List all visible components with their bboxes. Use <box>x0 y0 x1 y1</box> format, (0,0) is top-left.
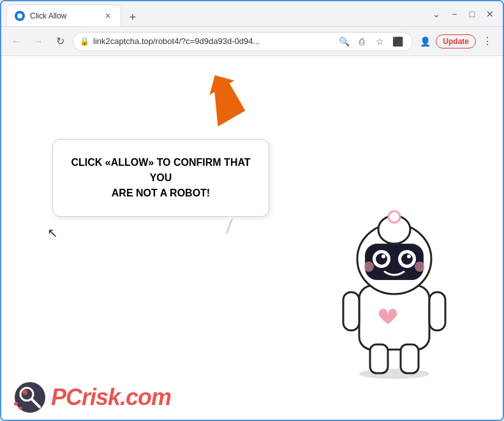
reload-button[interactable]: ↻ <box>51 33 69 50</box>
tab-title: Click Allow <box>30 11 98 20</box>
svg-point-17 <box>382 255 385 258</box>
new-tab-button[interactable]: + <box>124 8 142 26</box>
toolbar: ← → ↻ 🔒 link2captcha.top/robot4/?c=9d9da… <box>1 27 503 56</box>
tab-close-button[interactable]: ✕ <box>103 11 113 21</box>
speech-bubble: CLICK «ALLOW» TO CONFIRM THAT YOU ARE NO… <box>52 139 269 217</box>
address-bar[interactable]: 🔒 link2captcha.top/robot4/?c=9d9da93d-0d… <box>73 32 413 51</box>
watermark: PCrisk.com <box>14 381 171 413</box>
svg-point-18 <box>407 255 411 258</box>
forward-button[interactable]: → <box>29 33 47 50</box>
svg-rect-7 <box>401 344 419 373</box>
svg-rect-5 <box>429 292 445 330</box>
bubble-text: CLICK «ALLOW» TO CONFIRM THAT YOU ARE NO… <box>71 155 251 201</box>
watermark-text: PCrisk.com <box>51 384 171 411</box>
mouse-cursor: ↖ <box>47 225 58 240</box>
active-tab[interactable]: Click Allow ✕ <box>6 4 121 26</box>
search-icon[interactable]: 🔍 <box>336 33 352 50</box>
tab-favicon-icon <box>15 11 25 21</box>
svg-point-20 <box>415 262 425 272</box>
tab-area: Click Allow ✕ + <box>6 1 424 26</box>
svg-rect-6 <box>370 344 388 373</box>
svg-point-11 <box>389 211 400 223</box>
back-button[interactable]: ← <box>8 33 26 50</box>
svg-marker-1 <box>199 69 250 126</box>
arrow-container <box>199 69 263 133</box>
toolbar-right: 👤 Update ⋮ <box>417 33 496 50</box>
update-button[interactable]: Update <box>436 34 476 48</box>
svg-rect-4 <box>343 292 359 330</box>
maximize-button[interactable]: □ <box>464 6 480 22</box>
svg-point-23 <box>22 390 27 395</box>
address-icons: 🔍 ⎙ ☆ ⬛ <box>336 33 406 50</box>
pcrisk-logo-icon <box>14 381 46 413</box>
svg-point-2 <box>359 369 429 379</box>
sidebar-icon[interactable]: ⬛ <box>389 33 406 50</box>
tab-search-button[interactable]: ⌄ <box>429 6 444 22</box>
minimize-button[interactable]: − <box>447 6 462 22</box>
lock-icon: 🔒 <box>80 37 89 46</box>
share-icon[interactable]: ⎙ <box>353 33 370 50</box>
svg-point-19 <box>364 262 374 272</box>
browser-window: Click Allow ✕ + ⌄ − □ ✕ ← → ↻ 🔒 link2cap… <box>0 0 504 421</box>
window-controls: ⌄ − □ ✕ <box>429 6 498 22</box>
profile-icon[interactable]: 👤 <box>417 33 433 50</box>
browser-menu-button[interactable]: ⋮ <box>478 33 496 50</box>
svg-point-16 <box>401 253 413 265</box>
robot-svg <box>324 203 464 381</box>
orange-arrow-icon <box>199 69 256 126</box>
svg-point-25 <box>14 402 18 406</box>
close-button[interactable]: ✕ <box>482 6 498 22</box>
address-text: link2captcha.top/robot4/?c=9d9da93d-0d94… <box>93 36 332 46</box>
svg-point-15 <box>376 253 387 265</box>
title-bar: Click Allow ✕ + ⌄ − □ ✕ <box>1 1 503 27</box>
page-content: CLICK «ALLOW» TO CONFIRM THAT YOU ARE NO… <box>1 56 503 420</box>
svg-point-26 <box>19 407 22 410</box>
bookmark-icon[interactable]: ☆ <box>371 33 388 50</box>
robot-illustration <box>324 203 464 381</box>
